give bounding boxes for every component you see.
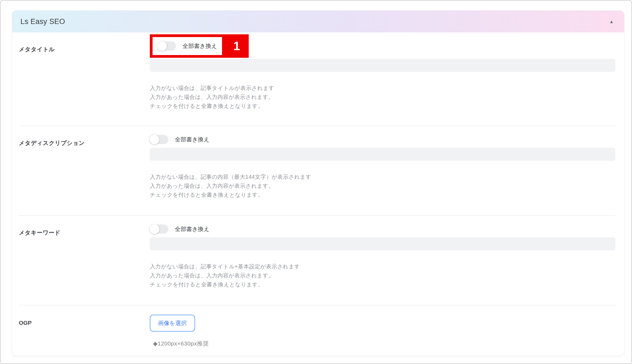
- help-line: チェックを付けると全書き換えとなります。: [150, 102, 615, 111]
- toggle-knob: [150, 135, 159, 144]
- meta-keywords-row: メタキーワード 全部書き換え 入力がない場合は、記事タイトル+基本設定が表示され…: [12, 216, 624, 305]
- help-line: 入力がない場合は、記事タイトルが表示されます: [150, 84, 615, 93]
- meta-title-label: メタタイトル: [19, 46, 150, 53]
- panel-header[interactable]: Ls Easy SEO ▲: [12, 11, 624, 32]
- meta-title-toggle-label: 全部書き換え: [183, 42, 217, 50]
- panel-title: Ls Easy SEO: [20, 17, 65, 26]
- help-line: 入力があった場合は、入力内容が表示されます。: [150, 93, 615, 102]
- meta-keywords-rewrite-toggle[interactable]: [150, 225, 168, 234]
- meta-title-help: 入力がない場合は、記事タイトルが表示されます 入力があった場合は、入力内容が表示…: [150, 84, 615, 111]
- ogp-size-note: ◆1200px×630px推奨: [153, 340, 615, 347]
- annotation-border-box: 全部書き換え: [150, 34, 225, 58]
- meta-title-row: メタタイトル 全部書き換え 1 入力がない場合は、記事タイトルが表示されます 入…: [12, 32, 624, 126]
- annotation-highlight: 全部書き換え 1: [150, 34, 249, 58]
- meta-description-rewrite-toggle[interactable]: [150, 135, 168, 144]
- ogp-label: OGP: [19, 320, 150, 326]
- help-line: 入力があった場合は、入力内容が表示されます。: [150, 181, 615, 190]
- help-line: 入力がない場合は、記事タイトル+基本設定が表示されます: [150, 262, 615, 271]
- meta-description-toggle-label: 全部書き換え: [175, 136, 209, 143]
- help-line: 入力がない場合は、記事の内容（最大144文字）が表示されます: [150, 172, 615, 181]
- meta-description-help: 入力がない場合は、記事の内容（最大144文字）が表示されます 入力があった場合は…: [150, 172, 615, 199]
- collapse-arrow-icon[interactable]: ▲: [609, 19, 614, 24]
- toggle-knob: [157, 41, 167, 51]
- select-image-button[interactable]: 画像を選択: [150, 315, 195, 332]
- help-line: 入力があった場合は、入力内容が表示されます。: [150, 271, 615, 280]
- meta-description-row: メタディスクリプション 全部書き換え 入力がない場合は、記事の内容（最大144文…: [12, 126, 624, 215]
- help-line: チェックを付けると全書き換えとなります。: [150, 190, 615, 199]
- ogp-row: OGP 画像を選択 ◆1200px×630px推奨: [12, 305, 624, 347]
- meta-keywords-toggle-label: 全部書き換え: [175, 225, 209, 233]
- meta-keywords-input[interactable]: [150, 237, 615, 250]
- ls-easy-seo-panel: Ls Easy SEO ▲ メタタイトル 全部書き換え 1: [12, 10, 624, 356]
- meta-title-input[interactable]: [150, 59, 615, 72]
- meta-description-input[interactable]: [150, 148, 615, 161]
- meta-keywords-help: 入力がない場合は、記事タイトル+基本設定が表示されます 入力があった場合は、入力…: [150, 262, 615, 289]
- meta-description-label: メタディスクリプション: [19, 139, 150, 147]
- meta-keywords-label: メタキーワード: [19, 229, 150, 236]
- screenshot-frame: Ls Easy SEO ▲ メタタイトル 全部書き換え 1: [0, 0, 632, 364]
- meta-title-rewrite-toggle[interactable]: [157, 41, 176, 51]
- annotation-step-badge: 1: [225, 34, 249, 58]
- toggle-knob: [150, 224, 159, 234]
- help-line: チェックを付けると全書き換えとなります。: [150, 280, 615, 289]
